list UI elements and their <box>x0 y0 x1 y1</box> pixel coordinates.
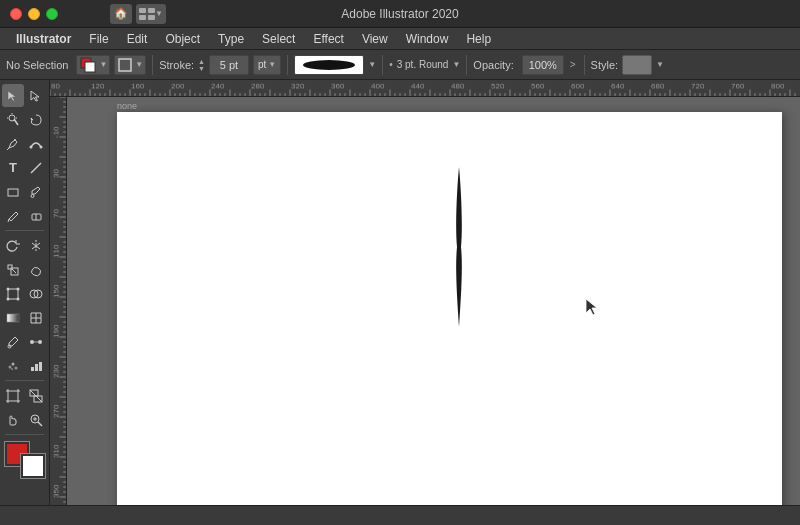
direct-selection-tool[interactable] <box>25 84 47 107</box>
svg-point-40 <box>9 365 12 368</box>
freetransform-tool[interactable] <box>2 282 24 305</box>
horizontal-ruler <box>50 80 800 97</box>
stroke-unit-dropdown[interactable]: pt ▼ <box>253 55 281 75</box>
svg-point-30 <box>17 297 20 300</box>
brush-preview[interactable] <box>294 55 364 75</box>
lasso-tool[interactable] <box>25 108 47 131</box>
menu-select[interactable]: Select <box>254 30 303 48</box>
menu-view[interactable]: View <box>354 30 396 48</box>
brush-dropdown-caret: ▼ <box>368 60 376 69</box>
svg-line-59 <box>38 422 42 426</box>
rectangle-tool[interactable] <box>2 180 24 203</box>
pen-tool[interactable] <box>2 132 24 155</box>
minimize-button[interactable] <box>28 8 40 20</box>
tool-row-eyedropper <box>2 330 47 353</box>
opacity-arrow[interactable]: > <box>570 59 576 70</box>
canvas-wrapper: none <box>50 80 800 505</box>
menu-window[interactable]: Window <box>398 30 457 48</box>
tool-row-wand <box>2 108 47 131</box>
svg-point-7 <box>303 60 355 70</box>
pencil-tool[interactable] <box>2 204 24 227</box>
svg-point-15 <box>40 145 43 148</box>
tool-row-selection <box>2 84 47 107</box>
slice-tool[interactable] <box>25 384 47 407</box>
menu-edit[interactable]: Edit <box>119 30 156 48</box>
gradient-tool[interactable] <box>2 306 24 329</box>
style-label: Style: <box>591 59 619 71</box>
brush-stroke <box>452 167 466 327</box>
svg-line-16 <box>31 163 41 173</box>
hand-tool[interactable] <box>2 408 24 431</box>
symbolspray-tool[interactable] <box>2 354 24 377</box>
svg-point-42 <box>15 366 18 369</box>
vertical-ruler <box>50 97 67 505</box>
close-button[interactable] <box>10 8 22 20</box>
tool-separator-2 <box>5 380 44 381</box>
menu-type[interactable]: Type <box>210 30 252 48</box>
menu-help[interactable]: Help <box>458 30 499 48</box>
svg-rect-5 <box>85 62 95 72</box>
shapebuilder-tool[interactable] <box>25 282 47 305</box>
svg-rect-44 <box>31 367 34 371</box>
no-selection-label: No Selection <box>6 59 68 71</box>
fill-stroke-selector[interactable]: ▼ <box>76 55 110 75</box>
opacity-input[interactable]: 100% <box>522 55 564 75</box>
app-title: Adobe Illustrator 2020 <box>341 7 458 21</box>
svg-point-37 <box>30 340 34 344</box>
svg-point-38 <box>38 340 42 344</box>
eraser-tool[interactable] <box>25 204 47 227</box>
tool-row-pencil <box>2 204 47 227</box>
tool-row-freetransform <box>2 282 47 305</box>
svg-point-43 <box>11 368 13 370</box>
svg-rect-45 <box>35 364 38 371</box>
eyedropper-tool[interactable] <box>2 330 24 353</box>
svg-point-9 <box>9 115 15 121</box>
menu-effect[interactable]: Effect <box>305 30 351 48</box>
unit-caret: ▼ <box>268 60 276 69</box>
artboard <box>117 112 782 505</box>
rotate-tool[interactable] <box>2 234 24 257</box>
color-well-container <box>5 442 49 478</box>
background-color[interactable] <box>21 454 45 478</box>
svg-rect-6 <box>119 59 131 71</box>
paintbrush-tool[interactable] <box>25 180 47 203</box>
reflect-tool[interactable] <box>25 234 47 257</box>
svg-rect-46 <box>39 362 42 371</box>
svg-point-41 <box>12 362 15 365</box>
menu-file[interactable]: File <box>81 30 116 48</box>
selection-tool[interactable] <box>2 84 24 107</box>
tool-separator-1 <box>5 230 44 231</box>
main-area: T <box>0 80 800 505</box>
type-tool[interactable]: T <box>2 156 24 179</box>
stroke-caret: ▼ <box>135 60 143 69</box>
menu-illustrator[interactable]: Illustrator <box>8 30 79 48</box>
line-tool[interactable] <box>25 156 47 179</box>
titlebar: 🏠 ▼ Adobe Illustrator 2020 <box>0 0 800 28</box>
columngraph-tool[interactable] <box>25 354 47 377</box>
menu-object[interactable]: Object <box>157 30 208 48</box>
maximize-button[interactable] <box>46 8 58 20</box>
zoom-tool[interactable] <box>25 408 47 431</box>
magic-wand-tool[interactable] <box>2 108 24 131</box>
style-swatch[interactable] <box>622 55 652 75</box>
workspace-switcher[interactable]: ▼ <box>136 4 166 24</box>
brush-name-caret: ▼ <box>452 60 460 69</box>
scale-tool[interactable] <box>2 258 24 281</box>
curvature-tool[interactable] <box>25 132 47 155</box>
home-button[interactable]: 🏠 <box>110 4 132 24</box>
svg-point-29 <box>7 297 10 300</box>
tool-row-symbol <box>2 354 47 377</box>
canvas-cursor <box>584 297 600 320</box>
stroke-value-input[interactable]: 5 pt <box>209 55 249 75</box>
tool-row-pen <box>2 132 47 155</box>
blend-tool[interactable] <box>25 330 47 353</box>
warp-tool[interactable] <box>25 258 47 281</box>
mesh-tool[interactable] <box>25 306 47 329</box>
stroke-options[interactable]: ▼ <box>114 55 146 75</box>
artboard-tool[interactable] <box>2 384 24 407</box>
svg-rect-33 <box>7 314 19 322</box>
fill-caret: ▼ <box>99 60 107 69</box>
canvas-area[interactable]: none <box>67 97 800 505</box>
tool-row-hand <box>2 408 47 431</box>
tool-row-scale <box>2 258 47 281</box>
